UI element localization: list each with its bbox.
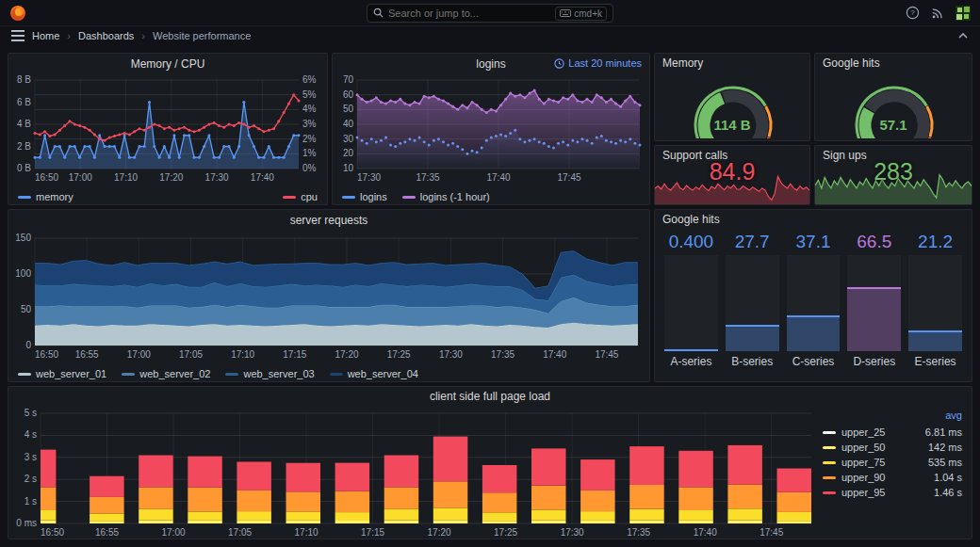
svg-text:17:35: 17:35 xyxy=(491,349,514,360)
menu-hamburger-icon[interactable] xyxy=(11,30,24,41)
svg-text:17:45: 17:45 xyxy=(760,527,783,538)
page-load-chart[interactable]: 5 s4 s3 s2 s1 s0 ms16:5016:5517:0017:051… xyxy=(8,406,815,539)
legend-item-cpu[interactable]: cpu xyxy=(283,191,318,202)
svg-text:3 s: 3 s xyxy=(24,452,37,462)
svg-text:2 B: 2 B xyxy=(17,141,31,152)
panel-title[interactable]: client side full page load xyxy=(8,387,972,406)
bar-gauge-columns[interactable]: 0.400A-series27.7B-series37.1C-series66.… xyxy=(655,229,972,376)
logins-chart[interactable]: 7060504030201017:3017:3517:4017:45 xyxy=(333,74,649,184)
svg-text:17:20: 17:20 xyxy=(159,172,183,183)
bar-track xyxy=(726,255,779,351)
svg-text:17:45: 17:45 xyxy=(557,172,580,183)
svg-text:17:30: 17:30 xyxy=(205,172,229,183)
svg-text:6 B: 6 B xyxy=(17,97,31,107)
chevron-up-icon[interactable] xyxy=(957,32,969,40)
svg-text:17:15: 17:15 xyxy=(361,527,384,538)
panel-title[interactable]: Google hits xyxy=(655,210,972,229)
svg-text:5%: 5% xyxy=(302,89,317,100)
svg-text:17:20: 17:20 xyxy=(428,527,451,538)
svg-text:17:10: 17:10 xyxy=(231,349,254,360)
dashboard-canvas: Memory / CPU 8 B6 B4 B2 B0 B6%5%4%3%2%1%… xyxy=(0,45,980,547)
bar-track xyxy=(908,255,962,351)
user-avatar[interactable] xyxy=(956,6,971,21)
news-rss-icon[interactable] xyxy=(931,7,944,20)
upper-90-swatch xyxy=(823,476,836,479)
legend-item-upper-75[interactable]: upper_75 535 ms xyxy=(823,455,962,470)
svg-text:16:50: 16:50 xyxy=(35,172,58,183)
breadcrumb-dashboards[interactable]: Dashboards xyxy=(78,30,134,41)
logins-swatch xyxy=(342,196,355,199)
svg-text:0 B: 0 B xyxy=(17,163,31,173)
legend-item-upper-90[interactable]: upper_90 1.04 s xyxy=(823,470,962,485)
bar-column-C-series[interactable]: 37.1C-series xyxy=(787,231,841,370)
svg-text:17:30: 17:30 xyxy=(439,349,463,360)
legend-item-logins[interactable]: logins xyxy=(342,191,387,202)
panel-title[interactable]: Memory / CPU xyxy=(8,54,327,74)
breadcrumb-current: Website performance xyxy=(153,30,251,41)
time-range-picker[interactable]: Last 20 minutes xyxy=(554,57,642,69)
web-server-01-swatch xyxy=(18,373,31,376)
global-search[interactable]: cmd+k xyxy=(367,4,613,23)
legend-label: logins xyxy=(360,191,387,202)
bar-label: B-series xyxy=(726,351,779,370)
legend-item-web-server-04[interactable]: web_server_04 xyxy=(330,368,418,379)
legend-item-logins-1h[interactable]: logins (-1 hour) xyxy=(402,191,490,202)
time-range-label: Last 20 minutes xyxy=(568,57,642,69)
bar-column-E-series[interactable]: 21.2E-series xyxy=(908,231,962,370)
svg-text:17:40: 17:40 xyxy=(251,172,274,183)
svg-text:3%: 3% xyxy=(302,119,317,129)
panel-sign-ups: Sign ups 283 xyxy=(814,145,972,205)
svg-text:17:45: 17:45 xyxy=(595,349,618,360)
svg-text:17:40: 17:40 xyxy=(694,527,717,538)
web-server-02-swatch xyxy=(122,373,135,376)
svg-text:0%: 0% xyxy=(302,163,317,173)
legend-item-web-server-02[interactable]: web_server_02 xyxy=(122,368,210,379)
memory-swatch xyxy=(18,196,31,199)
svg-text:1%: 1% xyxy=(302,148,317,158)
bar-column-B-series[interactable]: 27.7B-series xyxy=(726,231,779,370)
top-nav-bar: cmd+k ? xyxy=(0,0,980,26)
svg-text:17:00: 17:00 xyxy=(127,349,151,360)
svg-text:17:35: 17:35 xyxy=(627,527,650,538)
help-icon[interactable]: ? xyxy=(906,6,920,20)
legend-value: 535 ms xyxy=(928,457,962,468)
svg-text:50: 50 xyxy=(343,104,354,114)
svg-text:60: 60 xyxy=(343,89,354,100)
panel-logins: logins Last 20 minutes 7060504030201017:… xyxy=(332,53,650,205)
panel-title[interactable]: server requests xyxy=(8,210,649,231)
legend-avg-header[interactable]: avg xyxy=(823,410,962,425)
bar-value: 66.5 xyxy=(847,231,901,255)
clock-icon xyxy=(554,58,564,69)
bar-column-D-series[interactable]: 66.5D-series xyxy=(847,231,901,370)
breadcrumb-home[interactable]: Home xyxy=(32,30,59,41)
panel-server-requests: server requests 15010050016:5016:5517:00… xyxy=(8,209,650,382)
legend-label: upper_90 xyxy=(841,472,886,483)
bar-column-A-series[interactable]: 0.400A-series xyxy=(664,231,718,370)
web-server-03-swatch xyxy=(225,373,238,376)
panel-title[interactable]: Google hits xyxy=(815,54,972,72)
legend-item-upper-95[interactable]: upper_95 1.46 s xyxy=(823,485,962,500)
legend-item-memory[interactable]: memory xyxy=(18,191,74,202)
gauge-value: 57.1 xyxy=(815,117,972,133)
legend-item-upper-25[interactable]: upper_25 6.81 ms xyxy=(823,425,962,440)
bar-fill xyxy=(664,349,718,351)
grafana-logo-icon[interactable] xyxy=(9,5,26,22)
bar-fill xyxy=(847,287,901,351)
svg-text:1 s: 1 s xyxy=(24,496,37,507)
svg-text:16:50: 16:50 xyxy=(41,527,64,538)
memory-cpu-chart[interactable]: 8 B6 B4 B2 B0 B6%5%4%3%2%1%0%16:5017:001… xyxy=(8,74,327,184)
svg-text:17:25: 17:25 xyxy=(387,349,411,360)
legend-item-web-server-01[interactable]: web_server_01 xyxy=(18,368,106,379)
web-server-04-swatch xyxy=(330,373,343,376)
page-load-legend: avg upper_25 6.81 ms upper_50 142 ms upp… xyxy=(823,406,972,539)
stat-value: 283 xyxy=(815,158,972,185)
search-input[interactable] xyxy=(388,8,550,19)
bar-value: 37.1 xyxy=(787,231,841,255)
svg-text:16:55: 16:55 xyxy=(95,527,119,538)
legend-label: memory xyxy=(36,191,74,202)
bar-label: E-series xyxy=(908,351,962,370)
panel-title[interactable]: Memory xyxy=(655,54,809,72)
legend-item-upper-50[interactable]: upper_50 142 ms xyxy=(823,440,962,455)
legend-item-web-server-03[interactable]: web_server_03 xyxy=(225,368,314,379)
server-requests-chart[interactable]: 15010050016:5016:5517:0017:0517:1017:151… xyxy=(8,231,649,361)
